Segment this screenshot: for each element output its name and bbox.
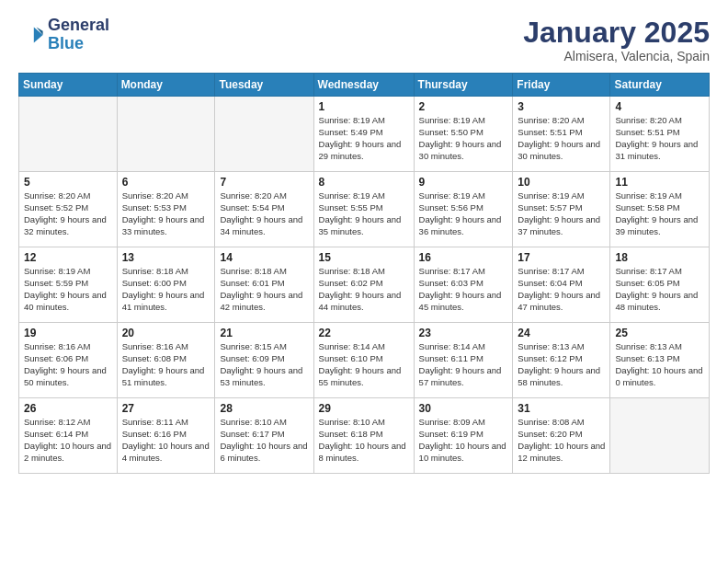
page-subtitle: Almisera, Valencia, Spain — [523, 49, 710, 63]
day-info: Sunrise: 8:08 AM Sunset: 6:20 PM Dayligh… — [518, 417, 605, 464]
day-info: Sunrise: 8:20 AM Sunset: 5:51 PM Dayligh… — [518, 115, 605, 162]
day-number: 3 — [518, 100, 605, 113]
day-info: Sunrise: 8:18 AM Sunset: 6:00 PM Dayligh… — [122, 266, 210, 313]
calendar-cell: 16Sunrise: 8:17 AM Sunset: 6:03 PM Dayli… — [414, 247, 513, 323]
day-info: Sunrise: 8:20 AM Sunset: 5:51 PM Dayligh… — [615, 115, 704, 162]
day-info: Sunrise: 8:17 AM Sunset: 6:03 PM Dayligh… — [419, 266, 508, 313]
calendar-cell: 11Sunrise: 8:19 AM Sunset: 5:58 PM Dayli… — [610, 172, 710, 247]
day-number: 16 — [419, 251, 508, 264]
day-number: 24 — [518, 327, 605, 339]
day-info: Sunrise: 8:14 AM Sunset: 6:10 PM Dayligh… — [319, 341, 409, 388]
day-info: Sunrise: 8:19 AM Sunset: 5:56 PM Dayligh… — [419, 190, 508, 237]
col-monday: Monday — [117, 74, 215, 97]
day-info: Sunrise: 8:18 AM Sunset: 6:01 PM Dayligh… — [220, 266, 308, 313]
day-number: 15 — [319, 251, 409, 264]
day-number: 11 — [615, 176, 704, 189]
logo-icon — [18, 22, 44, 48]
calendar-cell: 10Sunrise: 8:19 AM Sunset: 5:57 PM Dayli… — [513, 172, 610, 247]
calendar-cell: 7Sunrise: 8:20 AM Sunset: 5:54 PM Daylig… — [215, 172, 313, 247]
header: General Blue January 2025 Almisera, Vale… — [18, 17, 710, 63]
week-row-2: 12Sunrise: 8:19 AM Sunset: 5:59 PM Dayli… — [19, 247, 710, 323]
col-tuesday: Tuesday — [215, 74, 313, 97]
day-number: 23 — [419, 327, 508, 339]
day-number: 29 — [319, 402, 409, 415]
calendar-cell: 6Sunrise: 8:20 AM Sunset: 5:53 PM Daylig… — [117, 172, 215, 247]
day-number: 5 — [24, 176, 112, 189]
calendar-cell: 1Sunrise: 8:19 AM Sunset: 5:49 PM Daylig… — [313, 97, 414, 172]
day-info: Sunrise: 8:09 AM Sunset: 6:19 PM Dayligh… — [419, 417, 508, 464]
day-info: Sunrise: 8:12 AM Sunset: 6:14 PM Dayligh… — [24, 417, 112, 464]
calendar-cell: 13Sunrise: 8:18 AM Sunset: 6:00 PM Dayli… — [117, 247, 215, 323]
day-number: 22 — [319, 327, 409, 339]
calendar: Sunday Monday Tuesday Wednesday Thursday… — [18, 73, 710, 474]
calendar-cell — [19, 97, 118, 172]
day-number: 4 — [615, 100, 704, 113]
day-number: 27 — [122, 402, 210, 415]
calendar-cell: 9Sunrise: 8:19 AM Sunset: 5:56 PM Daylig… — [414, 172, 513, 247]
day-info: Sunrise: 8:20 AM Sunset: 5:52 PM Dayligh… — [24, 190, 112, 237]
day-number: 28 — [220, 402, 308, 415]
calendar-cell: 17Sunrise: 8:17 AM Sunset: 6:04 PM Dayli… — [513, 247, 610, 323]
day-number: 9 — [419, 176, 508, 189]
calendar-cell: 27Sunrise: 8:11 AM Sunset: 6:16 PM Dayli… — [117, 398, 215, 474]
day-number: 25 — [615, 327, 704, 339]
day-number: 26 — [24, 402, 112, 415]
col-thursday: Thursday — [414, 74, 513, 97]
day-number: 31 — [518, 402, 605, 415]
calendar-cell: 29Sunrise: 8:10 AM Sunset: 6:18 PM Dayli… — [313, 398, 414, 474]
col-wednesday: Wednesday — [313, 74, 414, 97]
calendar-cell: 8Sunrise: 8:19 AM Sunset: 5:55 PM Daylig… — [313, 172, 414, 247]
calendar-cell: 14Sunrise: 8:18 AM Sunset: 6:01 PM Dayli… — [215, 247, 313, 323]
day-info: Sunrise: 8:14 AM Sunset: 6:11 PM Dayligh… — [419, 341, 508, 388]
day-info: Sunrise: 8:19 AM Sunset: 5:57 PM Dayligh… — [518, 190, 605, 237]
day-info: Sunrise: 8:13 AM Sunset: 6:13 PM Dayligh… — [615, 341, 704, 388]
calendar-cell: 30Sunrise: 8:09 AM Sunset: 6:19 PM Dayli… — [414, 398, 513, 474]
day-number: 6 — [122, 176, 210, 189]
calendar-cell: 5Sunrise: 8:20 AM Sunset: 5:52 PM Daylig… — [19, 172, 118, 247]
calendar-cell: 4Sunrise: 8:20 AM Sunset: 5:51 PM Daylig… — [610, 97, 710, 172]
calendar-cell: 20Sunrise: 8:16 AM Sunset: 6:08 PM Dayli… — [117, 323, 215, 398]
calendar-cell — [117, 97, 215, 172]
day-info: Sunrise: 8:13 AM Sunset: 6:12 PM Dayligh… — [518, 341, 605, 388]
day-number: 7 — [220, 176, 308, 189]
title-block: January 2025 Almisera, Valencia, Spain — [523, 17, 710, 63]
day-info: Sunrise: 8:19 AM Sunset: 5:50 PM Dayligh… — [419, 115, 508, 162]
day-info: Sunrise: 8:10 AM Sunset: 6:18 PM Dayligh… — [319, 417, 409, 464]
day-number: 12 — [24, 251, 112, 264]
logo-text: General Blue — [48, 17, 109, 53]
calendar-cell — [215, 97, 313, 172]
calendar-cell: 21Sunrise: 8:15 AM Sunset: 6:09 PM Dayli… — [215, 323, 313, 398]
day-info: Sunrise: 8:20 AM Sunset: 5:53 PM Dayligh… — [122, 190, 210, 237]
week-row-1: 5Sunrise: 8:20 AM Sunset: 5:52 PM Daylig… — [19, 172, 710, 247]
day-info: Sunrise: 8:17 AM Sunset: 6:05 PM Dayligh… — [615, 266, 704, 313]
calendar-cell: 2Sunrise: 8:19 AM Sunset: 5:50 PM Daylig… — [414, 97, 513, 172]
day-info: Sunrise: 8:19 AM Sunset: 5:58 PM Dayligh… — [615, 190, 704, 237]
week-row-4: 26Sunrise: 8:12 AM Sunset: 6:14 PM Dayli… — [19, 398, 710, 474]
day-info: Sunrise: 8:15 AM Sunset: 6:09 PM Dayligh… — [220, 341, 308, 388]
calendar-cell: 23Sunrise: 8:14 AM Sunset: 6:11 PM Dayli… — [414, 323, 513, 398]
day-info: Sunrise: 8:11 AM Sunset: 6:16 PM Dayligh… — [122, 417, 210, 464]
week-row-3: 19Sunrise: 8:16 AM Sunset: 6:06 PM Dayli… — [19, 323, 710, 398]
logo: General Blue — [18, 17, 109, 53]
calendar-cell: 31Sunrise: 8:08 AM Sunset: 6:20 PM Dayli… — [513, 398, 610, 474]
day-number: 19 — [24, 327, 112, 339]
col-saturday: Saturday — [610, 74, 710, 97]
calendar-cell: 15Sunrise: 8:18 AM Sunset: 6:02 PM Dayli… — [313, 247, 414, 323]
day-info: Sunrise: 8:19 AM Sunset: 5:59 PM Dayligh… — [24, 266, 112, 313]
calendar-cell: 19Sunrise: 8:16 AM Sunset: 6:06 PM Dayli… — [19, 323, 118, 398]
day-number: 30 — [419, 402, 508, 415]
day-number: 14 — [220, 251, 308, 264]
svg-marker-0 — [34, 27, 43, 42]
calendar-cell: 28Sunrise: 8:10 AM Sunset: 6:17 PM Dayli… — [215, 398, 313, 474]
day-info: Sunrise: 8:17 AM Sunset: 6:04 PM Dayligh… — [518, 266, 605, 313]
calendar-cell — [610, 398, 710, 474]
calendar-cell: 25Sunrise: 8:13 AM Sunset: 6:13 PM Dayli… — [610, 323, 710, 398]
day-number: 10 — [518, 176, 605, 189]
page-title: January 2025 — [523, 17, 710, 49]
day-number: 17 — [518, 251, 605, 264]
day-info: Sunrise: 8:16 AM Sunset: 6:06 PM Dayligh… — [24, 341, 112, 388]
day-number: 18 — [615, 251, 704, 264]
calendar-cell: 22Sunrise: 8:14 AM Sunset: 6:10 PM Dayli… — [313, 323, 414, 398]
day-info: Sunrise: 8:19 AM Sunset: 5:55 PM Dayligh… — [319, 190, 409, 237]
calendar-cell: 18Sunrise: 8:17 AM Sunset: 6:05 PM Dayli… — [610, 247, 710, 323]
